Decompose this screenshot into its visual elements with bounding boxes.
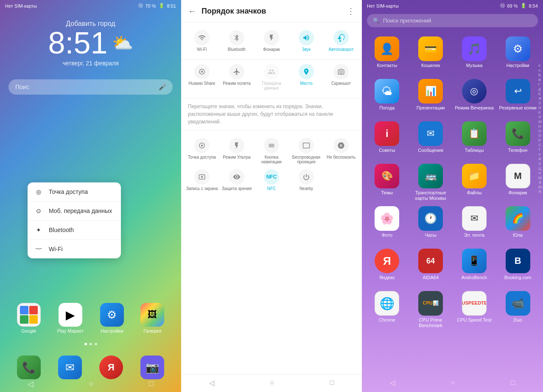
settings-label-right: Настройки (507, 63, 529, 68)
app-google[interactable]: Google (17, 303, 41, 333)
app-themes[interactable]: 🎨 Темы (365, 160, 409, 203)
contacts-label: Контакты (377, 63, 397, 68)
app-duo[interactable]: 📹 Duo (496, 288, 540, 330)
cpu-speed-label: CPU Speed Test (457, 317, 491, 323)
avail-ultra[interactable]: Режим Ультра (219, 135, 254, 167)
camera-icon: 📷 (140, 356, 164, 379)
app-settings[interactable]: ⚙ Настройки (100, 303, 124, 333)
toggle-location[interactable]: Место (289, 62, 324, 93)
toggle-wifi[interactable]: Wi-Fi (185, 28, 219, 54)
weather-icon: ⛅ (112, 34, 133, 51)
back-btn-mid[interactable]: ◁ (209, 379, 214, 387)
ultra-avail-label: Режим Ультра (223, 155, 250, 160)
menu-item-bluetooth[interactable]: ✦ Bluetooth (28, 221, 121, 240)
search-bar-right[interactable]: 🔍 Поиск приложений (367, 14, 538, 27)
app-flashlight[interactable]: M Фонарик (496, 160, 540, 203)
app-booking[interactable]: B Booking.com (496, 245, 540, 288)
record-avail-icon (194, 169, 210, 185)
app-contacts[interactable]: 👤 Контакты (365, 33, 409, 76)
avail-dnd[interactable]: Не беспокоить (324, 135, 358, 167)
avail-hotspot[interactable]: Точка доступа (185, 135, 219, 167)
phone-right-icon: 📞 (506, 121, 530, 146)
app-music[interactable]: 🎵 Музыка (453, 33, 496, 76)
app-files[interactable]: 📁 Файлы (453, 160, 496, 203)
avail-record[interactable]: Запись с экрана (185, 167, 219, 193)
alphabet-bar: # А Б В Г Д Е Ж З И К Л М Н О П Р С Т У … (538, 64, 542, 194)
recent-btn-mid[interactable]: □ (330, 379, 334, 387)
back-btn-right[interactable]: ◁ (390, 379, 395, 387)
contacts-icon: 👤 (375, 36, 399, 61)
app-cpu-prime[interactable]: CPU 📊 CPU Prime Benchmark (409, 288, 453, 330)
app-party[interactable]: ◎ Режим Вечеринка (453, 76, 496, 118)
toggle-flashlight[interactable]: Фонарик (254, 28, 289, 54)
dock-messages[interactable]: ✉ (58, 356, 82, 379)
toggle-transfer[interactable]: Передача данных (254, 62, 289, 93)
dock-phone[interactable]: 📞 (17, 356, 41, 379)
more-button-mid[interactable]: ⋮ (347, 6, 355, 16)
home-btn-right[interactable]: ○ (451, 379, 455, 387)
app-settings-right[interactable]: ⚙ Настройки (496, 33, 540, 76)
sheets-icon: 📋 (462, 121, 487, 146)
navi-avail-icon (264, 138, 279, 153)
avail-eyecare[interactable]: Защита зрения (219, 167, 254, 193)
status-bar-right: Нет SIM-карты Ⓝ 69 % 🔋 8:54 (362, 0, 543, 11)
search-bar-left[interactable]: Поис 🎤 (8, 79, 173, 95)
app-cpu-speed[interactable]: CPUSPEEDTEST CPU Speed Test (453, 288, 496, 330)
backup-label: Резервные копии (499, 105, 537, 111)
app-presentations[interactable]: 📊 Презентации (409, 76, 453, 118)
clock-widget: Добавить город 8:51 ⛅ четверг, 21 феврал… (0, 20, 181, 67)
google-label: Google (21, 328, 36, 333)
nearby-avail-icon (299, 169, 314, 185)
avail-nearby[interactable]: Nearby (289, 167, 324, 193)
app-transport[interactable]: 🚌 Транспортные карты Москвы (409, 160, 453, 203)
app-backup[interactable]: ↩ Резервные копии (496, 76, 540, 118)
app-photos[interactable]: 🌸 Фото (365, 203, 409, 245)
yula-label: Юла (513, 232, 523, 238)
toggle-sound[interactable]: Звук (289, 28, 324, 54)
app-yula[interactable]: 🌈 Юла (496, 203, 540, 245)
app-sms[interactable]: ✉ Сообщения (409, 118, 453, 160)
app-androbench[interactable]: 📱 AndroBench (453, 245, 496, 288)
avail-wireless[interactable]: Беспроводная проекция (289, 135, 324, 167)
rotation-toggle-label: Автоповорот (328, 47, 353, 52)
avail-navi[interactable]: Кнопка навигации (254, 135, 289, 167)
app-yandex-right[interactable]: Я Яндекс (365, 245, 409, 288)
app-chrome[interactable]: 🌐 Chrome (365, 288, 409, 330)
back-btn-left[interactable]: ◁ (28, 379, 34, 389)
app-clock[interactable]: 🕐 Часы (409, 203, 453, 245)
app-wallet[interactable]: 💳 Кошелек (409, 33, 453, 76)
themes-label: Темы (381, 190, 393, 196)
nfc-avail-label: NFC (267, 186, 276, 191)
menu-item-wifi[interactable]: 〰 Wi-Fi (28, 240, 121, 258)
app-weather[interactable]: 🌤 Погода (365, 76, 409, 118)
app-gallery[interactable]: 🖼 Галерея (140, 303, 164, 333)
back-button-mid[interactable]: ← (188, 6, 196, 16)
chrome-icon: 🌐 (375, 291, 399, 316)
app-sheets[interactable]: 📋 Таблицы (453, 118, 496, 160)
menu-label-wifi: Wi-Fi (49, 246, 63, 252)
app-play[interactable]: ▶ Play Маркет (57, 303, 84, 333)
toggle-airplane[interactable]: Режим полета (219, 62, 254, 93)
menu-item-hotspot[interactable]: ◎ Точка доступа (28, 182, 121, 202)
avail-nfc[interactable]: NFC NFC (254, 167, 289, 193)
ultra-avail-icon (229, 138, 244, 153)
app-phone[interactable]: 📞 Телефон (496, 118, 540, 160)
home-btn-mid[interactable]: ○ (270, 379, 274, 387)
app-aida64[interactable]: 64 AIDA64 (409, 245, 453, 288)
recent-btn-right[interactable]: □ (511, 379, 515, 387)
app-tips[interactable]: i Советы (365, 118, 409, 160)
toggle-huawei[interactable]: Huawei Share (185, 62, 219, 93)
home-btn-left[interactable]: ○ (89, 379, 94, 389)
transfer-toggle-label: Передача данных (255, 81, 288, 90)
dock-camera[interactable]: 📷 (140, 356, 164, 379)
recent-btn-left[interactable]: □ (149, 379, 154, 389)
app-email[interactable]: ✉ Эл. почта (453, 203, 496, 245)
dnd-avail-icon (333, 138, 349, 153)
toggle-rotation[interactable]: Автоповорот (324, 28, 358, 54)
mic-icon[interactable]: 🎤 (159, 84, 166, 90)
toggle-bluetooth[interactable]: Bluetooth (219, 28, 254, 54)
toggle-screenshot[interactable]: Скриншот (324, 62, 358, 93)
screenshot-toggle-icon (333, 64, 349, 79)
dock-yandex[interactable]: Я (99, 356, 123, 379)
menu-item-data[interactable]: ⊙ Моб. передача данных (28, 202, 121, 221)
